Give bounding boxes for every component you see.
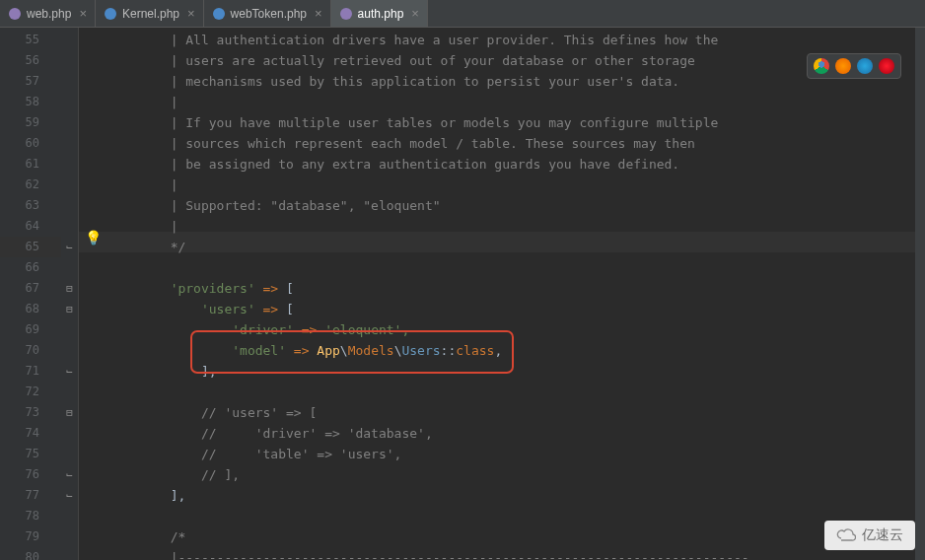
php-file-icon — [212, 7, 226, 21]
line-number: 59 — [0, 112, 61, 133]
svg-point-1 — [105, 8, 116, 20]
chrome-icon[interactable] — [814, 58, 829, 74]
code-line[interactable] — [108, 257, 925, 278]
code-line[interactable]: | If you have multiple user tables or mo… — [108, 112, 925, 133]
open-in-browser-panel — [807, 53, 901, 79]
code-line[interactable]: | — [108, 216, 925, 237]
close-icon[interactable]: × — [79, 6, 87, 21]
svg-point-2 — [213, 8, 225, 20]
line-number: 57 — [0, 71, 61, 92]
fold-collapse-icon[interactable]: ⊟ — [64, 283, 75, 294]
fold-collapse-icon[interactable]: ⊟ — [64, 407, 75, 418]
code-line[interactable]: 'providers' => [ — [108, 278, 925, 299]
safari-icon[interactable] — [857, 58, 873, 74]
line-number: 70 — [0, 340, 61, 361]
tab-label: webToken.php — [231, 7, 307, 21]
code-line[interactable]: // 'driver' => 'database', — [108, 423, 925, 444]
line-number: 68 — [0, 299, 61, 319]
tab-label: web.php — [27, 7, 71, 21]
php-file-icon — [104, 7, 117, 21]
line-number: 79 — [0, 526, 61, 547]
code-line[interactable]: 'users' => [ — [108, 299, 925, 319]
fold-end-icon[interactable]: ⌙ — [64, 490, 75, 501]
line-number: 56 — [0, 50, 61, 71]
code-line[interactable]: |---------------------------------------… — [108, 547, 925, 560]
line-number: 78 — [0, 506, 61, 526]
fold-collapse-icon[interactable]: ⊟ — [64, 304, 75, 315]
tab-label: Kernel.php — [122, 7, 179, 21]
tab-label: auth.php — [358, 7, 404, 21]
code-line[interactable]: */ — [108, 237, 925, 257]
fold-end-icon[interactable]: ⌙ — [64, 469, 75, 480]
line-number: 80 — [0, 547, 61, 560]
close-icon[interactable]: × — [411, 6, 419, 21]
close-icon[interactable]: × — [315, 6, 322, 21]
line-number: 62 — [0, 175, 61, 195]
svg-point-3 — [340, 8, 352, 20]
php-file-icon — [8, 7, 22, 21]
editor-area: 5556575859606162636465666768697071727374… — [0, 28, 925, 560]
tab-auth-php[interactable]: auth.php× — [331, 0, 428, 27]
tab-Kernel-php[interactable]: Kernel.php× — [96, 0, 204, 27]
opera-icon[interactable] — [879, 58, 894, 74]
code-line[interactable]: /* — [108, 526, 925, 547]
line-number: 64 — [0, 216, 61, 237]
code-line[interactable]: | — [108, 175, 925, 195]
code-line[interactable]: ], — [108, 361, 925, 382]
line-number: 61 — [0, 154, 61, 175]
line-number-gutter: 5556575859606162636465666768697071727374… — [0, 28, 61, 560]
code-line[interactable]: | — [108, 92, 925, 112]
php-file-icon — [339, 7, 353, 21]
code-line[interactable]: // ], — [108, 464, 925, 485]
code-line[interactable]: 'model' => App\Models\Users::class, — [108, 340, 925, 361]
code-line[interactable]: ], — [108, 485, 925, 506]
fold-end-icon[interactable]: ⌙ — [64, 366, 75, 377]
line-number: 55 — [0, 30, 61, 50]
code-line[interactable]: | All authentication drivers have a user… — [108, 30, 925, 50]
close-icon[interactable]: × — [187, 6, 195, 21]
line-number: 69 — [0, 319, 61, 340]
intention-bulb-icon[interactable]: 💡 — [85, 230, 99, 244]
code-line[interactable]: // 'users' => [ — [108, 402, 925, 423]
code-line[interactable]: | mechanisms used by this application to… — [108, 71, 925, 92]
line-number: 66 — [0, 257, 61, 278]
line-number: 76 — [0, 464, 61, 485]
line-number: 71 — [0, 361, 61, 382]
code-line[interactable]: 'driver' => 'eloquent', — [108, 319, 925, 340]
tab-webToken-php[interactable]: webToken.php× — [204, 0, 331, 27]
firefox-icon[interactable] — [835, 58, 851, 74]
line-number: 73 — [0, 402, 61, 423]
line-number: 72 — [0, 382, 61, 402]
tab-web-php[interactable]: web.php× — [0, 0, 96, 27]
code-content[interactable]: | All authentication drivers have a user… — [79, 28, 925, 560]
line-number: 77 — [0, 485, 61, 506]
code-line[interactable]: // 'table' => 'users', — [108, 444, 925, 464]
line-number: 67 — [0, 278, 61, 299]
editor-tabs: web.php×Kernel.php×webToken.php×auth.php… — [0, 0, 925, 28]
line-number: 65 — [0, 237, 61, 257]
code-line[interactable] — [108, 506, 925, 526]
fold-end-icon[interactable]: ⌙ — [64, 242, 75, 252]
code-line[interactable]: | sources which represent each model / t… — [108, 133, 925, 154]
line-number: 75 — [0, 444, 61, 464]
svg-point-0 — [9, 8, 21, 20]
line-number: 58 — [0, 92, 61, 112]
line-number: 63 — [0, 195, 61, 216]
line-number: 74 — [0, 423, 61, 444]
code-line[interactable]: | Supported: "database", "eloquent" — [108, 195, 925, 216]
code-line[interactable]: | be assigned to any extra authenticatio… — [108, 154, 925, 175]
line-number: 60 — [0, 133, 61, 154]
code-line[interactable]: | users are actually retrieved out of yo… — [108, 50, 925, 71]
fold-column: ⌙⊟⊟⌙⊟⌙⌙ — [61, 28, 79, 560]
code-line[interactable] — [108, 382, 925, 402]
